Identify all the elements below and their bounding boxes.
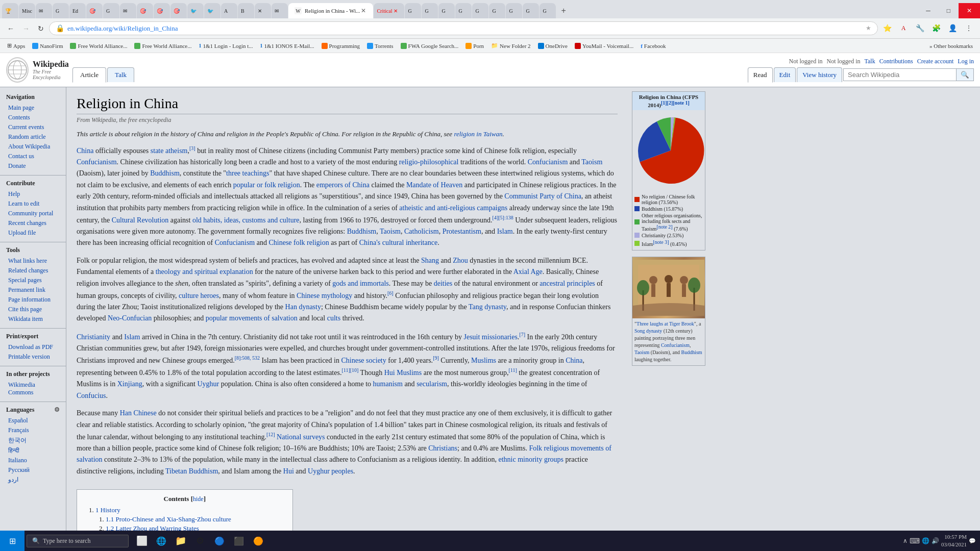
hui-link[interactable]: Hui <box>283 467 294 475</box>
bookmark-torrents[interactable]: Torrents <box>364 42 397 50</box>
catholicism-link[interactable]: Catholicism <box>404 228 439 235</box>
action-view-history[interactable]: View history <box>797 67 842 82</box>
uyghur2-link[interactable]: Uyghur peoples <box>308 467 353 475</box>
bookmark-fwa2[interactable]: Free World Alliance... <box>131 42 194 50</box>
sidebar-item-current-events[interactable]: Current events <box>0 122 66 132</box>
humanism-link[interactable]: humanism <box>373 380 403 388</box>
chinese-folk-link[interactable]: Chinese folk religion <box>268 239 329 246</box>
tab-pocket2[interactable]: 🎯 <box>137 3 153 18</box>
taoism-link[interactable]: Taoism <box>581 158 602 166</box>
chinese-mythology-link[interactable]: Chinese mythology <box>297 292 352 299</box>
extension-icon-3[interactable]: 🧩 <box>929 21 943 36</box>
popular-salvation-link[interactable]: popular movements of salvation <box>206 314 298 322</box>
taoism2-link[interactable]: Taoism <box>380 228 401 235</box>
tab-pocket[interactable]: 🎯 <box>86 3 103 18</box>
atheistic-link[interactable]: atheistic and anti-religious campaigns <box>399 204 507 212</box>
talk-link[interactable]: Talk <box>865 58 875 65</box>
taskbar-icon-cmd[interactable]: ⬛ <box>230 531 248 551</box>
tab-b[interactable]: B <box>238 3 254 18</box>
tab-mail[interactable]: ✉ <box>36 3 52 18</box>
tab-g5[interactable]: G <box>438 3 455 18</box>
islam2-link[interactable]: Islam <box>124 333 140 340</box>
tab-g9[interactable]: G <box>506 3 522 18</box>
sidebar-item-contact[interactable]: Contact us <box>0 152 66 161</box>
taiwan-link[interactable]: religion in Taiwan <box>454 130 502 138</box>
hui-muslims-link[interactable]: Hui Muslims <box>384 369 422 377</box>
cpc-link[interactable]: Communist Party of China <box>504 192 581 200</box>
three-dot-menu[interactable]: ⋮ <box>962 21 976 36</box>
protestantism-link[interactable]: Protestantism <box>443 228 481 235</box>
xinjiang-link[interactable]: Xinjiang <box>117 380 142 388</box>
bookmark-fwa-search[interactable]: FWA Google Search... <box>398 42 462 50</box>
tab-g10[interactable]: G <box>523 3 539 18</box>
zhou-link[interactable]: Zhou <box>453 257 468 264</box>
toc-hide-button[interactable]: hide <box>193 495 204 503</box>
minimize-button[interactable]: ─ <box>918 3 939 18</box>
han-chinese-link[interactable]: Han Chinese <box>120 409 157 417</box>
islam-link[interactable]: Islam <box>497 228 513 235</box>
new-tab-button[interactable]: + <box>557 4 570 17</box>
create-account-link[interactable]: Create account <box>917 58 954 65</box>
bookmark-nanofirm[interactable]: NanoFirm <box>29 42 66 50</box>
secularism-link[interactable]: secularism <box>416 380 447 388</box>
extension-icon-1[interactable]: ⭐ <box>880 21 894 36</box>
toc-link-history[interactable]: 1 History <box>95 506 120 514</box>
culture-heroes-link[interactable]: culture heroes <box>179 292 219 299</box>
ancestral-link[interactable]: ancestral principles <box>540 280 595 287</box>
taskbar-icon-explorer[interactable]: 📁 <box>172 531 190 551</box>
muslims-link[interactable]: Muslims <box>471 357 496 364</box>
three-teachings-link[interactable]: three teachings <box>226 169 269 177</box>
tab-g7[interactable]: G <box>472 3 488 18</box>
old-habits-link[interactable]: old habits, ideas, customs and culture <box>192 216 300 224</box>
sidebar-item-recent-changes[interactable]: Recent changes <box>0 218 66 228</box>
sidebar-item-wikidata[interactable]: Wikidata item <box>0 314 66 324</box>
bookmark-onedrive[interactable]: OneDrive <box>535 42 571 50</box>
sidebar-item-download-pdf[interactable]: Download as PDF <box>0 342 66 352</box>
sidebar-item-permanent-link[interactable]: Permanent link <box>0 285 66 295</box>
sidebar-item-printable[interactable]: Printable version <box>0 352 66 362</box>
search-input[interactable] <box>844 69 956 81</box>
taskbar-search[interactable]: 🔍 Type here to search <box>27 535 129 547</box>
extension-icon-2[interactable]: 🔧 <box>913 21 927 36</box>
search-button[interactable]: 🔍 <box>956 69 973 81</box>
tab-close-btn[interactable]: ✕ <box>360 6 367 16</box>
confucianism-link[interactable]: Confucianism <box>77 158 117 166</box>
tab-g8[interactable]: G <box>489 3 505 18</box>
bookmark-1and1login[interactable]: 1 1&1 Login - Login t... <box>195 42 256 50</box>
tab-x[interactable]: ✕ <box>255 3 271 18</box>
buddhism-link[interactable]: Buddhism <box>150 169 180 177</box>
tab-pocket4[interactable]: 🎯 <box>170 3 187 18</box>
tab-tw2[interactable]: 🐦 <box>204 3 220 18</box>
tab-edit[interactable]: Ed <box>69 3 86 18</box>
tab-mail3[interactable]: ✉ <box>272 3 288 18</box>
christians-link[interactable]: Christians <box>428 444 457 452</box>
tab-pocket3[interactable]: 🎯 <box>154 3 170 18</box>
contributions-link[interactable]: Contributions <box>879 58 913 65</box>
bookmark-apps[interactable]: ⊞ Apps <box>4 41 28 50</box>
forward-button[interactable]: → <box>19 22 33 35</box>
tab-wikipedia[interactable]: W Religion in China - Wi... ✕ <box>288 3 373 18</box>
tab-talk[interactable]: Talk <box>107 67 134 82</box>
sidebar-item-cite[interactable]: Cite this page <box>0 305 66 314</box>
tab-g2[interactable]: G <box>103 3 119 18</box>
cultural-revolution-link[interactable]: Cultural Revolution <box>112 216 169 224</box>
sidebar-lang-ko[interactable]: 한국어 <box>0 435 66 446</box>
sidebar-item-related-changes[interactable]: Related changes <box>0 266 66 276</box>
deities-link[interactable]: deities <box>434 280 453 287</box>
taskbar-icon-app[interactable]: 🟠 <box>249 531 267 551</box>
sidebar-lang-ur[interactable]: اردو <box>0 475 66 485</box>
sidebar-item-contents[interactable]: Contents <box>0 113 66 122</box>
sidebar-item-wikimedia[interactable]: Wikimedia Commons <box>0 380 66 397</box>
extension-icon-acrobat[interactable]: A <box>896 21 911 36</box>
tab-g4[interactable]: G <box>422 3 438 18</box>
taskbar-icon-chrome[interactable]: 🔵 <box>210 531 229 551</box>
christianity-link[interactable]: Christianity <box>77 333 110 340</box>
tab-g6[interactable]: G <box>455 3 472 18</box>
chinese-society-link[interactable]: Chinese society <box>341 357 386 364</box>
bookmark-other[interactable]: » Other bookmarks <box>926 42 976 50</box>
han-dynasty-link[interactable]: Han dynasty <box>285 303 321 311</box>
action-read[interactable]: Read <box>748 67 773 83</box>
taskbar-icon-settings[interactable]: ⚙ <box>191 531 209 551</box>
ethnic-minority-link[interactable]: ethnic minority groups <box>498 456 564 463</box>
jesuit-link[interactable]: Jesuit missionaries <box>463 333 517 340</box>
